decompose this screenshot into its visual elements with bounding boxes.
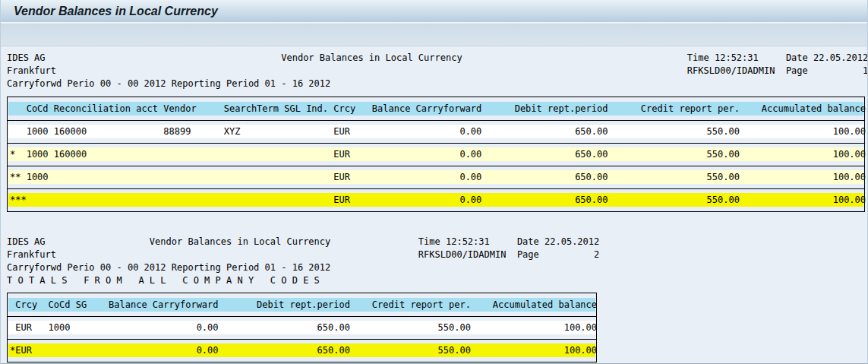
table1-header-section: CoCd Reconciliation acct Vendor SearchTe…	[8, 97, 864, 120]
table-row-section: * 1000 160000 EUR 0.00 650.00 550.00 100…	[8, 143, 864, 166]
table2-rows: EUR 1000 0.00 650.00 550.00 100.00*EUR 0…	[8, 316, 596, 362]
totals-table: Crcy CoCd SG Balance Carryforward Debit …	[7, 293, 597, 362]
window-title: Vendor Balances in Local Currency	[1, 0, 867, 22]
table-row-section: *EUR 0.00 650.00 550.00 100.00	[8, 339, 596, 362]
table-row-subtotal[interactable]: ** 1000 EUR 0.00 650.00 550.00 100.00	[8, 170, 863, 184]
page2-header-line-city-program-page: Frankfurt RFKSLD00/IDADMIN Page 2	[7, 248, 599, 261]
table2-header-section: Crcy CoCd SG Balance Carryforward Debit …	[8, 293, 596, 316]
page2-header-line-period: Carryforwd Perio 00 - 00 2012 Reporting …	[7, 261, 330, 274]
page1-header-line-company-title-time: IDES AG Vendor Balances in Local Currenc…	[7, 52, 868, 65]
table-row-data[interactable]: EUR 1000 0.00 650.00 550.00 100.00	[8, 321, 595, 334]
table-row-total[interactable]: *** EUR 0.00 650.00 550.00 100.00	[8, 193, 863, 207]
vendor-balances-table: CoCd Reconciliation acct Vendor SearchTe…	[7, 97, 865, 212]
page2-header-line-company-title-time: IDES AG Vendor Balances in Local Currenc…	[7, 236, 599, 248]
table1-rows: 1000 160000 88899 XYZ EUR 0.00 650.00 55…	[8, 120, 864, 211]
table-row-subtotal[interactable]: * 1000 160000 EUR 0.00 650.00 550.00 100…	[8, 147, 863, 161]
toolbar-strip	[1, 24, 867, 46]
table-row-section: ** 1000 EUR 0.00 650.00 550.00 100.00	[8, 166, 864, 188]
sap-report-window: Vendor Balances in Local Currency IDES A…	[0, 0, 868, 364]
page1-header-line-period: Carryforwd Perio 00 - 00 2012 Reporting …	[7, 78, 330, 90]
table-row-total[interactable]: *EUR 0.00 650.00 550.00 100.00	[8, 343, 595, 357]
page2-totals-heading: T O T A L S F R O M A L L C O M P A N Y …	[7, 274, 320, 287]
table-row-data[interactable]: 1000 160000 88899 XYZ EUR 0.00 650.00 55…	[8, 125, 863, 138]
table-row-section: 1000 160000 88899 XYZ EUR 0.00 650.00 55…	[8, 120, 864, 143]
table-row-section: *** EUR 0.00 650.00 550.00 100.00	[8, 188, 864, 211]
page1-header-line-city-program-page: Frankfurt RFKSLD00/IDADMIN Page 1	[7, 65, 868, 78]
table2-header-row: Crcy CoCd SG Balance Carryforward Debit …	[8, 298, 595, 312]
table1-header-row: CoCd Reconciliation acct Vendor SearchTe…	[8, 102, 863, 116]
window-titlebar: Vendor Balances in Local Currency	[1, 0, 867, 23]
table-row-section: EUR 1000 0.00 650.00 550.00 100.00	[8, 316, 596, 339]
